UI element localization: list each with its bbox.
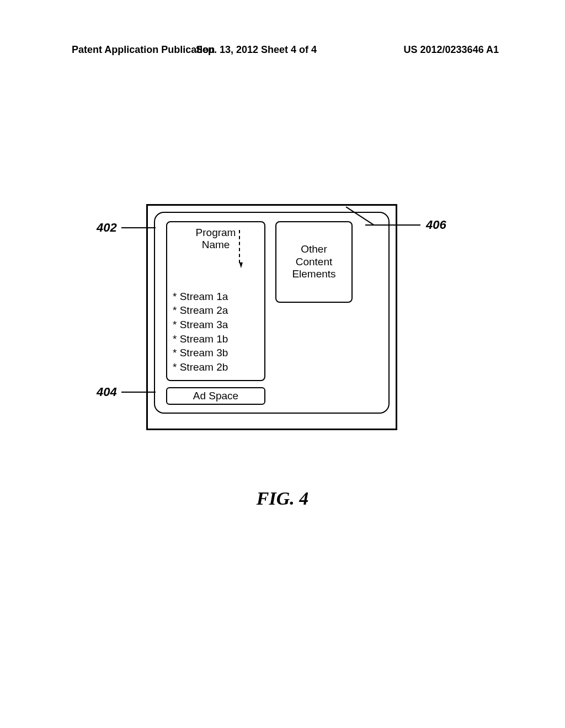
header-sheet-info: Sep. 13, 2012 Sheet 4 of 4 [196, 44, 317, 56]
device-outline: Program Name ▼ Stream 1a Stream 2a Strea… [146, 204, 397, 430]
dropdown-arrow-icon: ▼ [238, 230, 241, 274]
stream-item: Stream 3b [173, 346, 259, 360]
stream-item: Stream 2a [173, 303, 259, 318]
program-title-l1: Program [173, 227, 259, 239]
stream-list: Stream 1a Stream 2a Stream 3a Stream 1b … [173, 290, 259, 374]
other-content-panel: Other Content Elements [275, 221, 353, 303]
program-title: Program Name [173, 227, 259, 251]
callout-406: 406 [426, 218, 446, 232]
header-pubnum: US 2012/0233646 A1 [404, 44, 499, 56]
figure-caption: FIG. 4 [0, 488, 565, 509]
program-panel: Program Name ▼ Stream 1a Stream 2a Strea… [166, 221, 265, 381]
callout-404: 404 [97, 385, 117, 399]
header-left: Patent Application Publication [72, 44, 215, 56]
stream-item: Stream 3a [173, 318, 259, 332]
other-content-l1: Other [292, 243, 335, 256]
program-title-l2: Name [173, 239, 259, 251]
screen-area: Program Name ▼ Stream 1a Stream 2a Strea… [154, 212, 390, 414]
other-content-l2: Content [292, 256, 335, 269]
callout-402: 402 [97, 221, 117, 235]
stream-item: Stream 1a [173, 290, 259, 304]
ad-space-box: Ad Space [166, 387, 265, 405]
other-content-l3: Elements [292, 268, 335, 281]
stream-item: Stream 2b [173, 360, 259, 374]
stream-item: Stream 1b [173, 332, 259, 346]
page-header: Patent Application Publication Sep. 13, … [0, 44, 565, 56]
ad-space-label: Ad Space [193, 390, 238, 402]
